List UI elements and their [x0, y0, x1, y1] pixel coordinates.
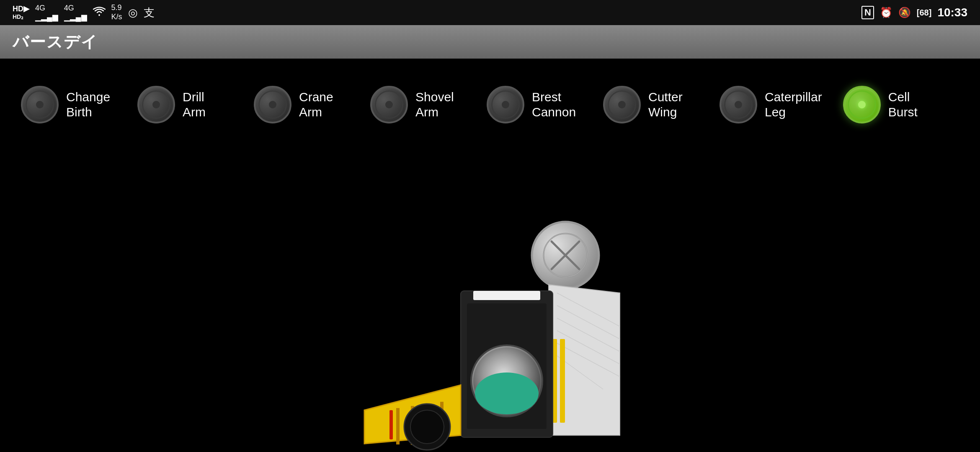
radio-circle-caterpillar-leg[interactable]	[720, 86, 757, 123]
hd-icon: HD▶HD₂	[13, 5, 29, 20]
radio-label-cutter-wing: Cutter Wing	[648, 90, 699, 120]
nfc-icon: N	[861, 6, 874, 19]
radio-circle-crane-arm[interactable]	[254, 86, 291, 123]
radio-item-change-birth[interactable]: Change Birth	[13, 82, 125, 128]
radio-dot-caterpillar-leg	[735, 101, 742, 108]
mute-icon: 🔕	[898, 7, 911, 18]
radio-circle-cutter-wing[interactable]	[603, 86, 641, 123]
radio-label-shovel-arm: Shovel Arm	[415, 90, 466, 120]
app-title: バースデイ	[13, 31, 98, 53]
signal-4g-1: 4G▁▂▄▆	[35, 4, 58, 22]
radio-item-drill-arm[interactable]: Drill Arm	[129, 82, 241, 128]
radio-dot-brest-cannon	[502, 101, 509, 108]
radio-item-shovel-arm[interactable]: Shovel Arm	[362, 82, 474, 128]
status-left: HD▶HD₂ 4G▁▂▄▆ 4G▁▂▄▆ 5.9K/s ◎ 支	[13, 3, 155, 21]
wifi-icon	[93, 7, 106, 18]
pay-icon: 支	[144, 5, 155, 20]
status-bar: HD▶HD₂ 4G▁▂▄▆ 4G▁▂▄▆ 5.9K/s ◎ 支 N ⏰ 🔕 [6…	[0, 0, 980, 25]
radio-circle-change-birth[interactable]	[21, 86, 59, 123]
radio-label-crane-arm: Crane Arm	[299, 90, 349, 120]
svg-rect-23	[389, 410, 393, 439]
svg-point-25	[410, 410, 444, 444]
radio-dot-cell-burst	[858, 101, 866, 108]
radio-dot-cutter-wing	[618, 101, 626, 108]
radio-dot-change-birth	[36, 101, 44, 108]
radio-item-cutter-wing[interactable]: Cutter Wing	[595, 82, 707, 128]
nav-icon: ◎	[128, 6, 138, 19]
radio-item-caterpillar-leg[interactable]: Caterpillar Leg	[711, 82, 830, 128]
radio-circle-shovel-arm[interactable]	[370, 86, 408, 123]
radio-label-drill-arm: Drill Arm	[183, 90, 233, 120]
svg-point-18	[475, 372, 539, 414]
radio-dot-drill-arm	[152, 101, 160, 108]
time-text: 10:33	[937, 6, 967, 19]
radio-label-brest-cannon: Brest Cannon	[532, 90, 582, 120]
radio-item-brest-cannon[interactable]: Brest Cannon	[478, 82, 591, 128]
main-content	[0, 151, 980, 452]
battery-text: [68]	[917, 8, 932, 18]
status-right: N ⏰ 🔕 [68] 10:33	[861, 6, 967, 19]
device-illustration	[343, 209, 637, 452]
svg-rect-12	[560, 339, 565, 423]
title-bar: バースデイ	[0, 25, 980, 59]
radio-item-cell-burst[interactable]: Cell Burst	[835, 82, 947, 128]
alarm-icon: ⏰	[880, 7, 892, 18]
button-row: Change BirthDrill ArmCrane ArmShovel Arm…	[0, 59, 980, 151]
radio-circle-brest-cannon[interactable]	[487, 86, 524, 123]
radio-circle-drill-arm[interactable]	[137, 86, 175, 123]
radio-label-cell-burst: Cell Burst	[888, 90, 939, 120]
radio-item-crane-arm[interactable]: Crane Arm	[245, 82, 358, 128]
speed-text: 5.9K/s	[111, 3, 122, 21]
radio-dot-crane-arm	[269, 101, 276, 108]
radio-label-caterpillar-leg: Caterpillar Leg	[765, 90, 822, 120]
radio-circle-cell-burst[interactable]	[843, 86, 881, 123]
signal-4g-2: 4G▁▂▄▆	[64, 4, 87, 22]
radio-dot-shovel-arm	[385, 101, 393, 108]
radio-label-change-birth: Change Birth	[66, 90, 116, 120]
svg-rect-14	[473, 291, 540, 300]
